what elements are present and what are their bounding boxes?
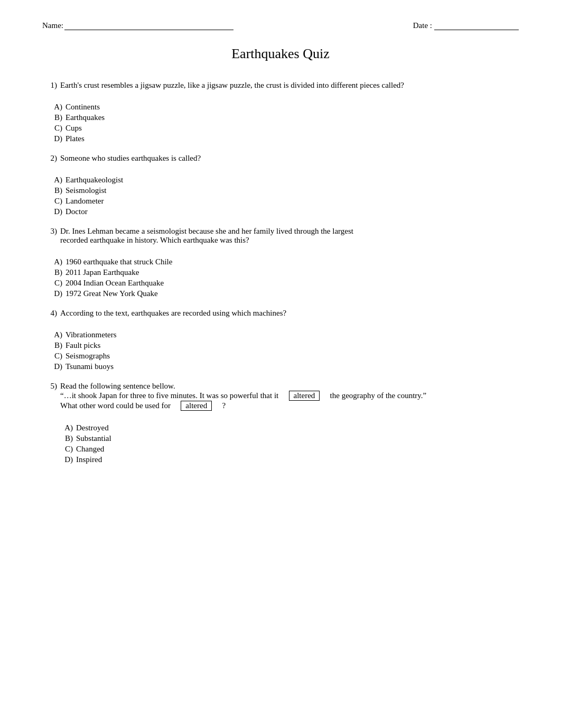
question-5-number: 5)	[42, 382, 57, 411]
q5-text-a: Destroyed	[76, 423, 519, 432]
q1-option-a: A) Continents	[48, 103, 519, 112]
question-3-content: Dr. Ines Lehman became a seismologist be…	[60, 227, 519, 245]
question-3-options: A) 1960 earthquake that struck Chile B) …	[42, 257, 519, 298]
question-3-text: 3) Dr. Ines Lehman became a seismologist…	[42, 227, 519, 245]
q2-letter-a: A)	[48, 176, 62, 185]
q2-text-c: Landometer	[66, 197, 519, 206]
q4-letter-c: C)	[48, 352, 62, 361]
header-row: Name: Date :	[42, 21, 519, 30]
q2-option-a: A) Earthquakeologist	[48, 176, 519, 185]
date-label: Date :	[413, 21, 432, 30]
q5-letter-a: A)	[58, 423, 73, 432]
q2-letter-d: D)	[48, 207, 62, 216]
question-2-block: 2) Someone who studies earthquakes is ca…	[42, 154, 519, 163]
q3-text-c: 2004 Indian Ocean Earthquake	[66, 279, 519, 288]
question-2-options: A) Earthquakeologist B) Seismologist C) …	[42, 176, 519, 216]
q1-text-d: Plates	[66, 134, 519, 143]
q4-option-c: C) Seismographs	[48, 352, 519, 361]
q5-followup-row: What other word could be used for altere…	[60, 401, 226, 410]
q4-option-b: B) Fault picks	[48, 341, 519, 350]
q5-intro: Read the following sentence bellow.	[60, 382, 175, 390]
q5-spacer3	[175, 401, 177, 410]
question-5-options: A) Destroyed B) Substantial C) Changed D…	[42, 423, 519, 464]
q5-boxed-word2: altered	[181, 401, 212, 411]
q4-letter-d: D)	[48, 362, 62, 371]
q3-option-c: C) 2004 Indian Ocean Earthquake	[48, 279, 519, 288]
question-4-block: 4) According to the text, earthquakes ar…	[42, 309, 519, 318]
q3-letter-c: C)	[48, 279, 62, 288]
q4-option-d: D) Tsunami buoys	[48, 362, 519, 371]
q2-option-c: C) Landometer	[48, 197, 519, 206]
date-underline	[434, 30, 519, 30]
question-1-block: 1) Earth's crust resembles a jigsaw puzz…	[42, 81, 519, 90]
q5-letter-b: B)	[58, 434, 73, 443]
q5-text-d: Inspired	[76, 455, 519, 464]
q2-option-b: B) Seismologist	[48, 186, 519, 195]
q1-letter-d: D)	[48, 134, 62, 143]
q3-option-a: A) 1960 earthquake that struck Chile	[48, 257, 519, 266]
question-5-text: 5) Read the following sentence bellow. “…	[42, 382, 519, 411]
q1-text-b: Earthquakes	[66, 113, 519, 122]
question-1-text: 1) Earth's crust resembles a jigsaw puzz…	[42, 81, 519, 90]
name-label: Name:	[42, 21, 63, 30]
q3-text-d: 1972 Great New York Quake	[66, 289, 519, 298]
q4-letter-b: B)	[48, 341, 62, 350]
q1-option-b: B) Earthquakes	[48, 113, 519, 122]
q4-letter-a: A)	[48, 330, 62, 339]
q4-text-b: Fault picks	[66, 341, 519, 350]
question-2-number: 2)	[42, 154, 57, 163]
q2-text-b: Seismologist	[66, 186, 519, 195]
question-1-number: 1)	[42, 81, 57, 90]
page: Name: Date : Earthquakes Quiz 1) Earth's…	[0, 0, 561, 728]
question-2-text: 2) Someone who studies earthquakes is ca…	[42, 154, 519, 163]
q1-text-a: Continents	[66, 103, 519, 112]
q1-letter-b: B)	[48, 113, 62, 122]
q4-text-c: Seismographs	[66, 352, 519, 361]
q1-letter-a: A)	[48, 103, 62, 112]
q5-letter-c: C)	[58, 445, 73, 454]
question-4-number: 4)	[42, 309, 57, 318]
question-3-number: 3)	[42, 227, 57, 245]
q3-letter-d: D)	[48, 289, 62, 298]
question-5-content: Read the following sentence bellow. “…it…	[60, 382, 519, 411]
q2-letter-c: C)	[48, 197, 62, 206]
question-3-block: 3) Dr. Ines Lehman became a seismologist…	[42, 227, 519, 245]
q5-spacer1	[283, 391, 285, 400]
q1-text-c: Cups	[66, 124, 519, 133]
q3-line1: Dr. Ines Lehman became a seismologist be…	[60, 227, 353, 235]
q5-boxed-word1: altered	[289, 391, 320, 401]
q1-option-c: C) Cups	[48, 124, 519, 133]
q2-text-d: Doctor	[66, 207, 519, 216]
name-field: Name:	[42, 21, 233, 30]
q5-text-b: Substantial	[76, 434, 519, 443]
q5-option-d: D) Inspired	[58, 455, 519, 464]
q5-spacer4	[216, 401, 218, 410]
quiz-title: Earthquakes Quiz	[42, 46, 519, 62]
q3-letter-b: B)	[48, 268, 62, 277]
q2-text-a: Earthquakeologist	[66, 176, 519, 185]
q5-sentence-part1: “…it shook Japan for three to five minut…	[60, 391, 426, 400]
q5-option-a: A) Destroyed	[58, 423, 519, 432]
q1-option-d: D) Plates	[48, 134, 519, 143]
q5-spacer2	[324, 391, 326, 400]
question-1-options: A) Continents B) Earthquakes C) Cups D) …	[42, 103, 519, 143]
q3-text-b: 2011 Japan Earthquake	[66, 268, 519, 277]
question-5-block: 5) Read the following sentence bellow. “…	[42, 382, 519, 411]
q2-letter-b: B)	[48, 186, 62, 195]
q4-option-a: A) Vibrationmeters	[48, 330, 519, 339]
q3-line2: recorded earthquake in history. Which ea…	[60, 236, 249, 244]
q5-option-b: B) Substantial	[58, 434, 519, 443]
question-2-content: Someone who studies earthquakes is calle…	[60, 154, 519, 163]
q5-sentence-end: the geography of the country.”	[330, 391, 427, 400]
q3-option-d: D) 1972 Great New York Quake	[48, 289, 519, 298]
q4-text-d: Tsunami buoys	[66, 362, 519, 371]
name-underline	[64, 30, 233, 30]
q5-option-c: C) Changed	[58, 445, 519, 454]
question-4-options: A) Vibrationmeters B) Fault picks C) Sei…	[42, 330, 519, 371]
q5-text-c: Changed	[76, 445, 519, 454]
q1-letter-c: C)	[48, 124, 62, 133]
question-1-content: Earth's crust resembles a jigsaw puzzle,…	[60, 81, 519, 90]
date-field: Date :	[413, 21, 519, 30]
q3-option-b: B) 2011 Japan Earthquake	[48, 268, 519, 277]
q3-letter-a: A)	[48, 257, 62, 266]
